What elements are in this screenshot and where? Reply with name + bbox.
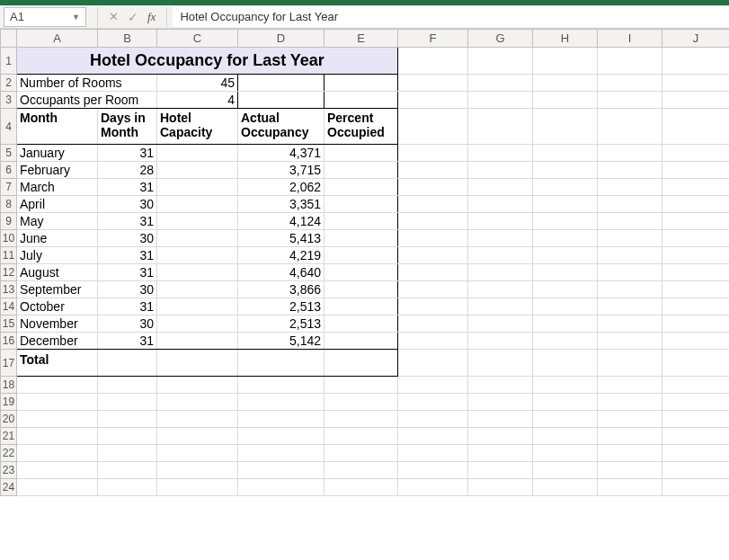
cell[interactable] [468,411,533,428]
row-header[interactable]: 8 [1,196,17,213]
cell[interactable] [533,48,598,75]
cell[interactable] [238,428,324,445]
cell[interactable] [17,445,98,462]
cell[interactable] [324,92,398,109]
cell[interactable]: February [17,162,98,179]
cell[interactable] [398,479,468,496]
cell[interactable] [17,479,98,496]
col-header[interactable]: H [533,30,598,48]
row-header[interactable]: 9 [1,213,17,230]
row-header[interactable]: 7 [1,179,17,196]
cell[interactable] [238,445,324,462]
cell[interactable] [598,230,662,247]
cell[interactable] [662,316,730,333]
formula-input[interactable] [173,7,729,27]
cell[interactable] [533,196,598,213]
col-header[interactable]: C [157,30,238,48]
title-cell[interactable]: Hotel Occupancy for Last Year [17,48,398,75]
cell[interactable] [17,411,98,428]
cell[interactable] [468,162,533,179]
cell[interactable] [324,428,398,445]
cell[interactable] [662,179,730,196]
row-header[interactable]: 22 [1,445,17,462]
cell[interactable]: 31 [98,298,157,316]
cell[interactable]: Actual Occupancy [238,109,324,145]
cell[interactable]: Days in Month [98,109,157,145]
row-header[interactable]: 4 [1,109,17,145]
cell[interactable]: 3,715 [238,162,324,179]
cell[interactable]: October [17,298,98,316]
cell[interactable] [533,264,598,281]
cell[interactable]: June [17,230,98,247]
cell[interactable] [157,298,238,316]
cell[interactable] [324,333,398,350]
cell[interactable] [398,281,468,298]
row-header[interactable]: 1 [1,48,17,75]
cell[interactable] [598,92,662,109]
col-header[interactable]: G [468,30,533,48]
cell[interactable] [662,145,730,162]
cell[interactable] [662,109,730,145]
cell[interactable] [533,247,598,264]
cell[interactable] [17,377,98,394]
cell[interactable] [533,298,598,316]
fx-icon[interactable]: fx [144,10,161,24]
col-header[interactable]: D [238,30,324,48]
cell[interactable] [157,445,238,462]
cell[interactable] [662,196,730,213]
cell[interactable]: 4,124 [238,213,324,230]
cell[interactable] [157,377,238,394]
cell[interactable] [468,48,533,75]
col-header[interactable]: B [98,30,157,48]
cell[interactable] [157,145,238,162]
cell[interactable] [398,316,468,333]
cell[interactable]: 30 [98,316,157,333]
cell[interactable] [157,230,238,247]
cell[interactable] [157,316,238,333]
row-header[interactable]: 21 [1,428,17,445]
cell[interactable] [324,462,398,479]
cell[interactable] [662,230,730,247]
cell[interactable] [468,479,533,496]
cell[interactable] [598,281,662,298]
cell[interactable]: May [17,213,98,230]
cell[interactable]: 45 [157,75,238,92]
cell[interactable] [157,247,238,264]
cell[interactable] [468,145,533,162]
cell[interactable]: Total [17,350,98,377]
cell[interactable] [533,230,598,247]
cell[interactable] [157,179,238,196]
cell[interactable] [398,230,468,247]
cell[interactable] [324,377,398,394]
cell[interactable] [398,48,468,75]
cell[interactable]: 31 [98,213,157,230]
cell[interactable] [662,247,730,264]
cell[interactable]: 30 [98,281,157,298]
cell[interactable]: 30 [98,230,157,247]
cell[interactable] [468,298,533,316]
cell[interactable] [598,264,662,281]
cell[interactable] [533,179,598,196]
cell[interactable] [598,394,662,411]
cell[interactable] [533,75,598,92]
cell[interactable] [533,479,598,496]
cell[interactable] [533,428,598,445]
cell[interactable] [468,109,533,145]
cell[interactable]: Percent Occupied [324,109,398,145]
cell[interactable] [398,264,468,281]
cell[interactable]: 2,513 [238,298,324,316]
cell[interactable] [468,213,533,230]
cell[interactable] [533,445,598,462]
cancel-icon[interactable]: ✕ [109,10,119,23]
cell[interactable]: 3,351 [238,196,324,213]
cell[interactable] [398,196,468,213]
cell[interactable]: August [17,264,98,281]
cell[interactable] [324,247,398,264]
cell[interactable] [17,428,98,445]
cell[interactable] [533,316,598,333]
cell[interactable]: Hotel Capacity [157,109,238,145]
cell[interactable] [324,411,398,428]
cell[interactable] [468,196,533,213]
row-header[interactable]: 13 [1,281,17,298]
cell[interactable] [533,350,598,377]
